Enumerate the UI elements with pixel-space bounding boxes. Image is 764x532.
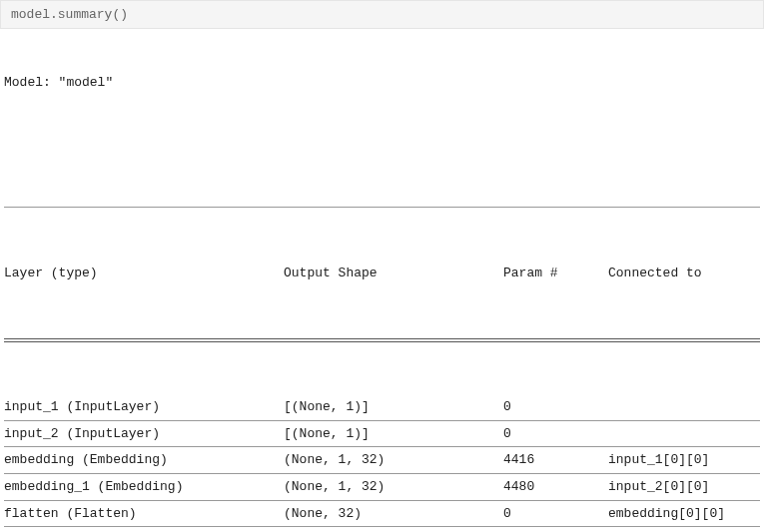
separator bbox=[4, 207, 760, 208]
cell-layer: flatten (Flatten) bbox=[4, 505, 284, 523]
cell-layer: input_2 (InputLayer) bbox=[4, 425, 284, 443]
separator bbox=[4, 473, 760, 474]
table-row: flatten (Flatten)(None, 32)0embedding[0]… bbox=[4, 505, 760, 523]
cell-layer: input_1 (InputLayer) bbox=[4, 398, 284, 416]
cell-param: 4480 bbox=[503, 478, 608, 496]
cell-shape: [(None, 1)] bbox=[284, 425, 503, 443]
cell-layer: embedding (Embedding) bbox=[4, 451, 284, 469]
model-title: Model: "model" bbox=[4, 74, 760, 92]
cell-conn: embedding[0][0] bbox=[608, 505, 760, 523]
table-row: input_2 (InputLayer)[(None, 1)]0 bbox=[4, 425, 760, 443]
header-shape: Output Shape bbox=[284, 265, 503, 282]
cell-shape: (None, 1, 32) bbox=[284, 478, 503, 496]
header-row: Layer (type) Output Shape Param # Connec… bbox=[4, 265, 760, 282]
rows-container: input_1 (InputLayer)[(None, 1)]0input_2 … bbox=[4, 398, 760, 532]
cell-conn: input_1[0][0] bbox=[608, 451, 760, 469]
cell-shape: (None, 32) bbox=[284, 505, 503, 523]
table-row: embedding (Embedding)(None, 1, 32)4416in… bbox=[4, 451, 760, 469]
code-cell[interactable]: model.summary() bbox=[0, 0, 764, 29]
cell-layer: embedding_1 (Embedding) bbox=[4, 478, 284, 496]
separator bbox=[4, 500, 760, 501]
cell-param: 0 bbox=[503, 398, 608, 416]
separator bbox=[4, 420, 760, 421]
header-layer: Layer (type) bbox=[4, 265, 284, 282]
header-conn: Connected to bbox=[608, 265, 760, 282]
table-row: input_1 (InputLayer)[(None, 1)]0 bbox=[4, 398, 760, 416]
cell-conn: input_2[0][0] bbox=[608, 478, 760, 496]
cell-conn bbox=[608, 425, 760, 443]
cell-param: 4416 bbox=[503, 451, 608, 469]
cell-param: 0 bbox=[503, 425, 608, 443]
separator bbox=[4, 526, 760, 527]
separator-thick bbox=[4, 338, 760, 342]
cell-conn bbox=[608, 398, 760, 416]
table-row: embedding_1 (Embedding)(None, 1, 32)4480… bbox=[4, 478, 760, 496]
cell-shape: [(None, 1)] bbox=[284, 398, 503, 416]
code-text: model.summary() bbox=[11, 7, 128, 22]
summary-table: Layer (type) Output Shape Param # Connec… bbox=[4, 150, 760, 532]
header-param: Param # bbox=[503, 265, 608, 282]
output-block: Model: "model" Layer (type) Output Shape… bbox=[0, 29, 764, 532]
separator bbox=[4, 446, 760, 447]
cell-param: 0 bbox=[503, 505, 608, 523]
cell-shape: (None, 1, 32) bbox=[284, 451, 503, 469]
